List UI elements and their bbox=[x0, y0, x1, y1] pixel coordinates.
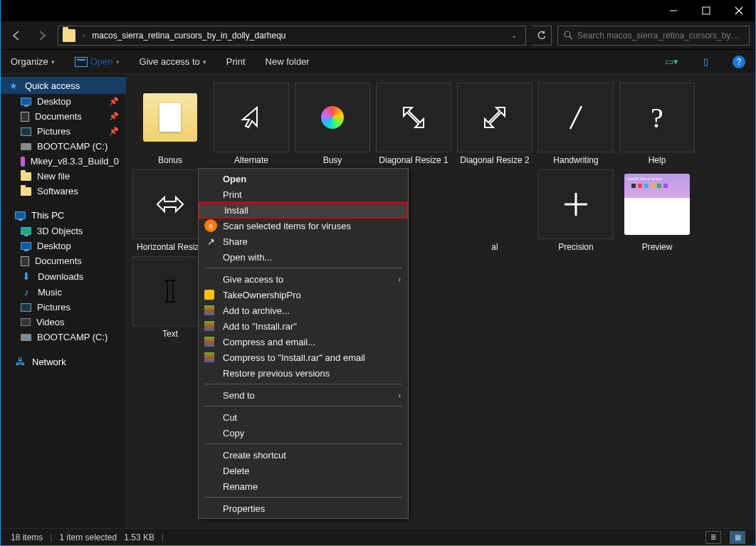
takeownership-icon bbox=[204, 290, 214, 300]
ctx-give-access[interactable]: Give access to› bbox=[199, 271, 408, 287]
svg-point-4 bbox=[565, 31, 570, 37]
file-item[interactable]: ?Help bbox=[619, 83, 695, 165]
file-item[interactable]: Precision bbox=[537, 169, 614, 252]
sidebar-item-bootcamp[interactable]: BOOTCAMP (C:) bbox=[1, 139, 126, 154]
file-item[interactable]: al bbox=[456, 169, 533, 252]
sidebar-item-documents-pc[interactable]: Documents bbox=[1, 253, 126, 268]
file-item[interactable]: Text bbox=[132, 256, 209, 339]
sidebar-item-mkey[interactable]: Mkey_v8.3.3_Build_0 bbox=[1, 154, 126, 169]
sidebar-label: This PC bbox=[31, 210, 64, 221]
file-item[interactable]: Diagonal Resize 1 bbox=[375, 83, 452, 165]
file-item[interactable]: Horizontal Resize bbox=[132, 169, 209, 252]
document-icon bbox=[21, 256, 29, 266]
open-button[interactable]: Open▾ bbox=[75, 56, 120, 67]
file-item[interactable]: Alternate bbox=[213, 83, 290, 165]
file-item[interactable]: Diagonal Resize 2 bbox=[456, 83, 533, 165]
ctx-scan-viruses[interactable]: aScan selected items for viruses bbox=[199, 218, 408, 233]
star-icon: ★ bbox=[8, 80, 19, 91]
file-item[interactable]: Bonus bbox=[132, 83, 209, 165]
ctx-takeownership[interactable]: TakeOwnershipPro bbox=[199, 287, 408, 303]
winrar-icon bbox=[204, 337, 214, 347]
file-thumbnail bbox=[132, 83, 208, 152]
pin-icon: 📌 bbox=[109, 97, 119, 106]
drive-icon bbox=[21, 143, 31, 150]
sidebar-item-documents[interactable]: Documents📌 bbox=[1, 109, 126, 124]
chevron-down-icon[interactable]: ⌄ bbox=[511, 31, 517, 39]
sidebar-item-music[interactable]: ♪Music bbox=[1, 284, 126, 300]
ctx-install[interactable]: Install bbox=[199, 201, 408, 219]
ctx-delete[interactable]: Delete bbox=[199, 463, 408, 478]
back-button[interactable] bbox=[6, 26, 26, 46]
ctx-copy[interactable]: Copy bbox=[199, 425, 408, 441]
winrar-icon bbox=[204, 305, 214, 315]
sidebar-item-newfile[interactable]: New file bbox=[1, 169, 126, 184]
sidebar-item-desktop[interactable]: Desktop📌 bbox=[1, 94, 126, 109]
ctx-create-shortcut[interactable]: Create shortcut bbox=[199, 447, 408, 463]
file-item[interactable]: macOS Sierra cursorsPreview bbox=[619, 169, 695, 252]
file-label: Bonus bbox=[158, 155, 182, 165]
file-thumbnail bbox=[457, 83, 532, 152]
ctx-send-to[interactable]: Send to› bbox=[199, 387, 408, 403]
maximize-button[interactable] bbox=[690, 0, 723, 21]
folder-icon bbox=[21, 172, 31, 181]
search-box[interactable]: Search macos_sierra_retina_cursors_by_in… bbox=[557, 26, 750, 46]
svg-line-5 bbox=[569, 36, 572, 39]
selection-count: 1 item selected bbox=[59, 532, 117, 542]
file-item[interactable]: Handwriting bbox=[537, 83, 614, 165]
ctx-rename[interactable]: Rename bbox=[199, 478, 408, 494]
file-thumbnail bbox=[295, 83, 370, 152]
view-options-icon[interactable]: ▭▾ bbox=[664, 55, 678, 69]
sidebar-item-3dobjects[interactable]: 3D Objects bbox=[1, 224, 126, 238]
minimize-button[interactable] bbox=[657, 0, 690, 21]
file-label: Preview bbox=[642, 242, 673, 252]
sidebar-quick-access[interactable]: ★ Quick access bbox=[1, 77, 126, 94]
desktop-icon bbox=[21, 98, 31, 105]
address-bar[interactable]: › macos_sierra_retina_cursors_by_in_doll… bbox=[58, 26, 526, 46]
chevron-right-icon: › bbox=[398, 275, 401, 283]
sidebar-this-pc[interactable]: This PC bbox=[1, 207, 126, 224]
file-label: Text bbox=[162, 329, 178, 339]
print-button[interactable]: Print bbox=[226, 56, 246, 67]
breadcrumb[interactable]: macos_sierra_retina_cursors_by_in_dolly_… bbox=[92, 31, 285, 41]
file-thumbnail: ? bbox=[619, 83, 695, 152]
sidebar-item-downloads[interactable]: ⬇Downloads bbox=[1, 268, 126, 284]
ctx-restore-versions[interactable]: Restore previous versions bbox=[199, 365, 408, 381]
sidebar-item-pictures-pc[interactable]: Pictures bbox=[1, 300, 126, 315]
sidebar-item-bootcamp-pc[interactable]: BOOTCAMP (C:) bbox=[1, 330, 126, 345]
sidebar-item-videos[interactable]: Videos bbox=[1, 315, 126, 330]
sidebar-network[interactable]: 🖧 Network bbox=[1, 353, 126, 370]
ctx-add-archive[interactable]: Add to archive... bbox=[199, 303, 408, 318]
new-folder-button[interactable]: New folder bbox=[266, 56, 310, 67]
share-icon: ↗ bbox=[204, 235, 217, 248]
sidebar-item-desktop-pc[interactable]: Desktop bbox=[1, 238, 126, 253]
file-label: Handwriting bbox=[553, 155, 598, 165]
ctx-print[interactable]: Print bbox=[199, 187, 408, 202]
preview-pane-icon[interactable]: ▯ bbox=[698, 55, 713, 69]
ctx-properties[interactable]: Properties bbox=[199, 500, 408, 516]
organize-menu[interactable]: Organize▾ bbox=[11, 56, 55, 67]
sidebar-item-softwares[interactable]: Softwares bbox=[1, 184, 126, 199]
forward-button[interactable] bbox=[32, 26, 52, 46]
sidebar-item-pictures[interactable]: Pictures📌 bbox=[1, 124, 126, 139]
ctx-compress-email[interactable]: Compress and email... bbox=[199, 334, 408, 350]
help-icon[interactable]: ? bbox=[733, 56, 745, 68]
file-thumbnail bbox=[214, 83, 289, 152]
pictures-icon bbox=[21, 127, 31, 136]
ctx-share[interactable]: ↗Share bbox=[199, 233, 408, 249]
refresh-button[interactable] bbox=[532, 26, 552, 46]
network-icon: 🖧 bbox=[15, 356, 26, 367]
command-bar: Organize▾ Open▾ Give access to▾ Print Ne… bbox=[1, 50, 755, 74]
give-access-menu[interactable]: Give access to▾ bbox=[140, 56, 206, 67]
ctx-add-rar[interactable]: Add to "Install.rar" bbox=[199, 318, 408, 334]
ctx-open[interactable]: Open bbox=[199, 171, 408, 187]
ctx-compress-rar-email[interactable]: Compress to "Install.rar" and email bbox=[199, 350, 408, 365]
details-view-button[interactable]: ≣ bbox=[705, 531, 721, 544]
open-icon bbox=[75, 57, 88, 67]
drive-icon bbox=[21, 334, 31, 341]
large-icons-view-button[interactable]: ▦ bbox=[730, 531, 745, 544]
ctx-cut[interactable]: Cut bbox=[199, 409, 408, 425]
close-button[interactable] bbox=[723, 0, 755, 21]
file-item[interactable]: Busy bbox=[294, 83, 371, 165]
ctx-open-with[interactable]: Open with... bbox=[199, 249, 408, 265]
file-label: Diagonal Resize 1 bbox=[379, 155, 448, 165]
